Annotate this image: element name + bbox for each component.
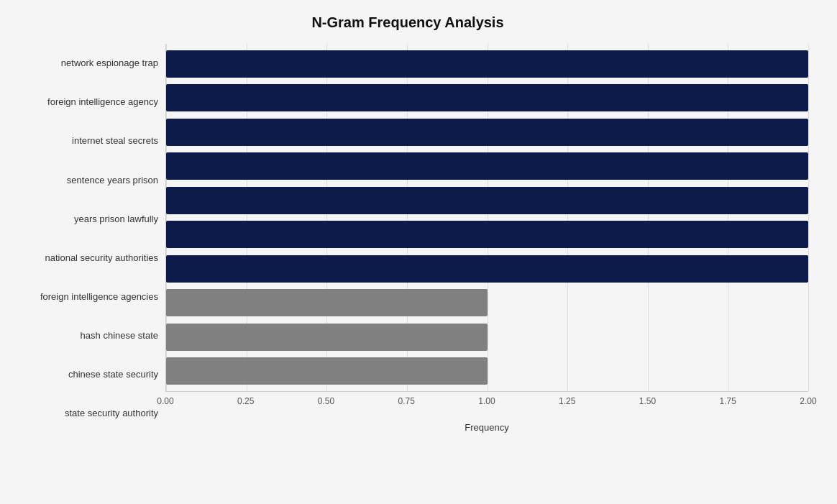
x-tick-label: 0.25 (237, 396, 254, 406)
chart-container: N-Gram Frequency Analysis network espion… (0, 0, 837, 504)
x-tick-label: 0.00 (157, 396, 173, 406)
bar-row (166, 252, 808, 286)
x-tick-label: 1.75 (720, 396, 736, 406)
y-label: foreign intelligence agency (47, 83, 158, 122)
y-label: foreign intelligence agencies (40, 278, 158, 316)
bar-row (166, 81, 808, 116)
bar-row (166, 218, 808, 252)
x-tick-label: 1.50 (639, 396, 656, 406)
x-tick-label: 1.00 (478, 396, 495, 406)
y-label: hash chinese state (81, 316, 158, 355)
y-label: state security authority (65, 394, 158, 433)
x-axis-title: Frequency (165, 422, 808, 433)
bars-area (165, 44, 808, 392)
bar-row (166, 320, 808, 354)
bar (166, 221, 808, 248)
bar (166, 119, 808, 146)
bars-rows (166, 44, 808, 391)
bar (166, 50, 808, 78)
grid-line (808, 44, 809, 391)
chart-title: N-Gram Frequency Analysis (7, 14, 808, 31)
x-tick-label: 0.50 (318, 396, 334, 406)
y-label: network espionage trap (61, 44, 158, 83)
x-tick-label: 2.00 (800, 396, 816, 406)
bar-row (166, 354, 808, 389)
x-axis-labels: 0.000.250.500.751.001.251.501.752.00 (165, 392, 808, 406)
x-tick-label: 1.25 (559, 396, 575, 406)
bar-row (166, 115, 808, 150)
bar-row (166, 150, 808, 184)
bar-row (166, 286, 808, 321)
y-label: national security authorities (45, 238, 158, 277)
y-label: years prison lawfully (74, 199, 158, 238)
bars-and-x: 0.000.250.500.751.001.251.501.752.00 Fre… (165, 44, 808, 433)
y-label: sentence years prison (67, 160, 158, 199)
bar (166, 357, 488, 385)
y-label: chinese state security (68, 355, 158, 394)
x-tick-label: 0.75 (398, 396, 415, 406)
y-label: internet steal secrets (72, 122, 158, 160)
bar (166, 324, 488, 351)
chart-area: network espionage trapforeign intelligen… (7, 44, 808, 433)
bar-row (166, 47, 808, 81)
bar-row (166, 183, 808, 218)
bar (166, 255, 808, 283)
bar (166, 187, 808, 214)
bar (166, 84, 808, 111)
bar (166, 289, 488, 316)
bar (166, 152, 808, 180)
y-labels: network espionage trapforeign intelligen… (7, 44, 165, 433)
